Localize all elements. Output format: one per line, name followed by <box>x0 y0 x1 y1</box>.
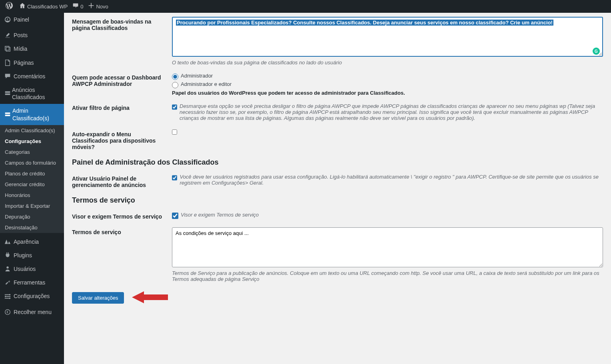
submenu-categorias[interactable]: Categorias <box>0 147 64 157</box>
svg-rect-5 <box>5 294 9 295</box>
settings-icon <box>4 293 14 300</box>
anuncios-icon <box>4 90 12 97</box>
submenu-depuracao[interactable]: Depuração <box>0 211 64 222</box>
svg-point-9 <box>5 296 6 297</box>
admin-class-icon <box>4 111 12 118</box>
menu-midia[interactable]: Mídia <box>0 42 64 56</box>
menu-paginas[interactable]: Páginas <box>0 56 64 70</box>
tos-desc: Termos de Serviço para a publicação de a… <box>172 270 603 282</box>
tos-require-checkbox[interactable] <box>172 213 178 219</box>
menu-label: Anúncios Classificados <box>12 86 60 101</box>
comment-icon <box>4 73 14 80</box>
submenu-importar[interactable]: Importar & Exportar <box>0 201 64 211</box>
home-icon <box>19 2 26 10</box>
comment-count: 0 <box>80 4 83 10</box>
menu-configuracoes[interactable]: Configurações <box>0 289 64 303</box>
welcome-textarea[interactable] <box>172 17 603 57</box>
access-radio-editor[interactable] <box>172 82 178 88</box>
menu-label: Posts <box>14 32 28 39</box>
menu-plugins[interactable]: Plugins <box>0 249 64 262</box>
autoexpand-label: Auto-expandir o Menu Classificados para … <box>72 129 172 150</box>
welcome-label: Mensagem de boas-vindas na página Classi… <box>72 17 172 31</box>
appearance-icon <box>4 238 14 245</box>
comment-icon <box>72 2 79 10</box>
submenu-honorarios[interactable]: Honorários <box>0 190 64 201</box>
menu-aparencia[interactable]: Aparência <box>0 235 64 249</box>
access-opt1: Administrador <box>181 73 213 79</box>
userpanel-checkbox[interactable] <box>172 175 177 181</box>
submenu-admin-class: Admin Classificado(s) Configurações Cate… <box>0 125 64 233</box>
menu-label: Comentários <box>14 73 45 80</box>
access-label: Quem pode acessar o Dashboard AWPCP Admi… <box>72 73 172 87</box>
menu-label: Ferramentas <box>14 279 45 286</box>
filter-checkbox[interactable] <box>172 104 177 110</box>
welcome-desc: O texto de boas-vindas da sua página de … <box>172 60 603 66</box>
menu-label: Páginas <box>14 59 34 66</box>
menu-comentarios[interactable]: Comentários <box>0 70 64 83</box>
arrow-annotation <box>132 289 168 306</box>
svg-rect-6 <box>6 296 10 297</box>
menu-label: Mídia <box>14 45 27 52</box>
submenu-planos[interactable]: Planos de crédito <box>0 168 64 179</box>
collapse-icon <box>4 308 14 316</box>
access-desc: Papel dos usuários do WordPress que pode… <box>172 90 603 96</box>
svg-point-11 <box>5 309 10 314</box>
autoexpand-checkbox[interactable] <box>172 129 177 135</box>
tos-heading: Termos de serviço <box>72 196 603 205</box>
menu-label: Plugins <box>14 252 32 259</box>
svg-marker-12 <box>132 291 168 303</box>
plus-icon <box>88 2 94 10</box>
userpanel-label: Ativar Usuário Painel de gerenciamento d… <box>72 174 172 188</box>
menu-usuarios[interactable]: Usuários <box>0 262 64 276</box>
menu-ferramentas[interactable]: Ferramentas <box>0 276 64 289</box>
access-opt2: Administrador e editor <box>181 81 232 87</box>
menu-anuncios[interactable]: Anúncios Classificados <box>0 83 64 104</box>
menu-posts[interactable]: Posts <box>0 28 64 42</box>
grammarly-icon: G <box>593 48 600 55</box>
svg-rect-1 <box>5 93 10 95</box>
new-label: Novo <box>96 4 108 10</box>
access-radio-admin[interactable] <box>172 74 178 80</box>
admin-toolbar: Classificados WP 0 Novo <box>0 0 611 13</box>
main-content: Mensagem de boas-vindas na página Classi… <box>64 13 611 364</box>
menu-label: Configurações <box>14 292 50 300</box>
menu-label: Recolher menu <box>14 308 52 316</box>
menu-label: Usuários <box>14 265 36 273</box>
submenu-admin[interactable]: Admin Classificado(s) <box>0 125 64 136</box>
plugin-icon <box>4 252 14 259</box>
media-icon <box>4 45 14 52</box>
tos-require-text: Visor e exigem Termos de serviço <box>181 212 259 218</box>
tos-textarea[interactable] <box>172 227 603 267</box>
svg-rect-2 <box>5 112 10 114</box>
panel-heading: Painel de Administração dos Classificado… <box>72 158 603 167</box>
svg-rect-3 <box>5 115 10 116</box>
comments-link[interactable]: 0 <box>70 0 86 13</box>
menu-label: Admin Classificado(s) <box>12 107 60 121</box>
menu-label: Painel <box>14 16 29 23</box>
userpanel-desc: Você deve ter usuários registrados para … <box>180 174 603 186</box>
users-icon <box>4 265 14 273</box>
filter-desc: Desmarque esta opção se você precisa des… <box>180 103 603 121</box>
submenu-desinstalacao[interactable]: Desinstalação <box>0 222 64 233</box>
submenu-configuracoes[interactable]: Configurações <box>0 136 64 147</box>
menu-admin-classificados[interactable]: Admin Classificado(s) <box>0 104 64 125</box>
pin-icon <box>4 32 14 39</box>
wp-logo[interactable] <box>3 0 17 13</box>
svg-point-8 <box>9 294 11 295</box>
svg-point-10 <box>9 297 11 299</box>
menu-painel[interactable]: Painel <box>0 13 64 26</box>
svg-rect-0 <box>5 91 10 93</box>
tools-icon <box>4 279 14 286</box>
dashboard-icon <box>4 16 14 23</box>
filter-label: Ativar filtro de página <box>72 103 172 111</box>
wordpress-icon <box>6 2 13 11</box>
menu-recolher[interactable]: Recolher menu <box>0 305 64 319</box>
site-link[interactable]: Classificados WP <box>17 0 70 13</box>
submenu-campos[interactable]: Campos do formulário <box>0 157 64 168</box>
new-content[interactable]: Novo <box>86 0 110 13</box>
tos-label: Termos de serviço <box>72 227 172 235</box>
save-button[interactable]: Salvar alterações <box>72 292 124 304</box>
menu-label: Aparência <box>14 238 39 245</box>
svg-point-4 <box>6 267 8 269</box>
submenu-gerenciar[interactable]: Gerenciar crédito <box>0 179 64 190</box>
